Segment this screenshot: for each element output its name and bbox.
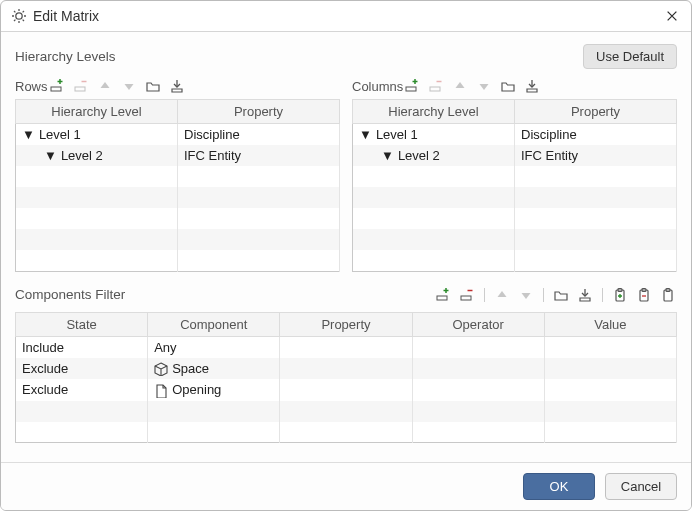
- filter-header-component: Component: [148, 312, 280, 336]
- table-row[interactable]: ▼Level 2 IFC Entity: [353, 145, 677, 166]
- remove-row-icon[interactable]: [427, 77, 445, 95]
- table-row[interactable]: ▼Level 1 Discipline: [353, 124, 677, 146]
- open-folder-icon[interactable]: [552, 286, 570, 304]
- footer: OK Cancel: [1, 462, 691, 510]
- filter-header-state: State: [16, 312, 148, 336]
- filter-toolbar: [434, 286, 677, 304]
- filter-header-value: Value: [544, 312, 676, 336]
- add-row-icon[interactable]: [434, 286, 452, 304]
- table-row[interactable]: [16, 166, 340, 187]
- table-row[interactable]: [16, 229, 340, 250]
- table-row[interactable]: Exclude Space: [16, 358, 677, 380]
- remove-row-icon[interactable]: [72, 77, 90, 95]
- table-row[interactable]: ▼Level 2 IFC Entity: [16, 145, 340, 166]
- expand-icon[interactable]: ▼: [44, 148, 57, 163]
- table-row[interactable]: [16, 187, 340, 208]
- table-row[interactable]: [353, 166, 677, 187]
- clipboard-cut-icon[interactable]: [635, 286, 653, 304]
- table-row[interactable]: [353, 250, 677, 271]
- expand-icon[interactable]: ▼: [359, 127, 372, 142]
- table-row[interactable]: ▼Level 1 Discipline: [16, 124, 340, 146]
- import-icon[interactable]: [168, 77, 186, 95]
- columns-header-property: Property: [515, 100, 677, 124]
- add-row-icon[interactable]: [403, 77, 421, 95]
- table-row[interactable]: [353, 208, 677, 229]
- move-down-icon[interactable]: [517, 286, 535, 304]
- use-default-button[interactable]: Use Default: [583, 44, 677, 69]
- rows-header-property: Property: [178, 100, 340, 124]
- table-row[interactable]: Include Any: [16, 336, 677, 358]
- table-row[interactable]: Exclude Opening: [16, 379, 677, 401]
- hierarchy-header: Hierarchy Levels Use Default: [15, 44, 677, 69]
- table-row[interactable]: [353, 187, 677, 208]
- filter-header-operator: Operator: [412, 312, 544, 336]
- rows-panel: Rows Hierarchy Level Property: [15, 77, 340, 272]
- remove-row-icon[interactable]: [458, 286, 476, 304]
- move-down-icon[interactable]: [120, 77, 138, 95]
- expand-icon[interactable]: ▼: [381, 148, 394, 163]
- move-up-icon[interactable]: [493, 286, 511, 304]
- filter-label: Components Filter: [15, 287, 125, 302]
- rows-label: Rows: [15, 79, 48, 94]
- columns-panel: Columns Hierarchy Level Property: [352, 77, 677, 272]
- gear-icon: [11, 8, 27, 24]
- clipboard-paste-icon[interactable]: [659, 286, 677, 304]
- window-title: Edit Matrix: [33, 8, 99, 24]
- columns-table[interactable]: Hierarchy Level Property ▼Level 1 Discip…: [352, 99, 677, 272]
- titlebar: Edit Matrix: [1, 1, 691, 32]
- rows-toolbar: [48, 77, 186, 95]
- expand-icon[interactable]: ▼: [22, 127, 35, 142]
- import-icon[interactable]: [576, 286, 594, 304]
- columns-header-level: Hierarchy Level: [353, 100, 515, 124]
- ok-button[interactable]: OK: [523, 473, 595, 500]
- import-icon[interactable]: [523, 77, 541, 95]
- clipboard-copy-icon[interactable]: [611, 286, 629, 304]
- open-folder-icon[interactable]: [144, 77, 162, 95]
- move-down-icon[interactable]: [475, 77, 493, 95]
- hierarchy-label: Hierarchy Levels: [15, 49, 116, 64]
- move-up-icon[interactable]: [96, 77, 114, 95]
- cancel-button[interactable]: Cancel: [605, 473, 677, 500]
- columns-toolbar: [403, 77, 541, 95]
- add-row-icon[interactable]: [48, 77, 66, 95]
- open-folder-icon[interactable]: [499, 77, 517, 95]
- filter-header: Components Filter: [15, 286, 677, 304]
- close-button[interactable]: [663, 7, 681, 25]
- filter-header-property: Property: [280, 312, 412, 336]
- table-row[interactable]: [16, 250, 340, 271]
- rows-table[interactable]: Hierarchy Level Property ▼Level 1 Discip…: [15, 99, 340, 272]
- cube-icon: [154, 362, 168, 376]
- move-up-icon[interactable]: [451, 77, 469, 95]
- table-row[interactable]: [16, 422, 677, 443]
- table-row[interactable]: [353, 229, 677, 250]
- filter-table[interactable]: State Component Property Operator Value …: [15, 312, 677, 444]
- page-icon: [154, 384, 168, 398]
- table-row[interactable]: [16, 401, 677, 422]
- columns-label: Columns: [352, 79, 403, 94]
- table-row[interactable]: [16, 208, 340, 229]
- rows-header-level: Hierarchy Level: [16, 100, 178, 124]
